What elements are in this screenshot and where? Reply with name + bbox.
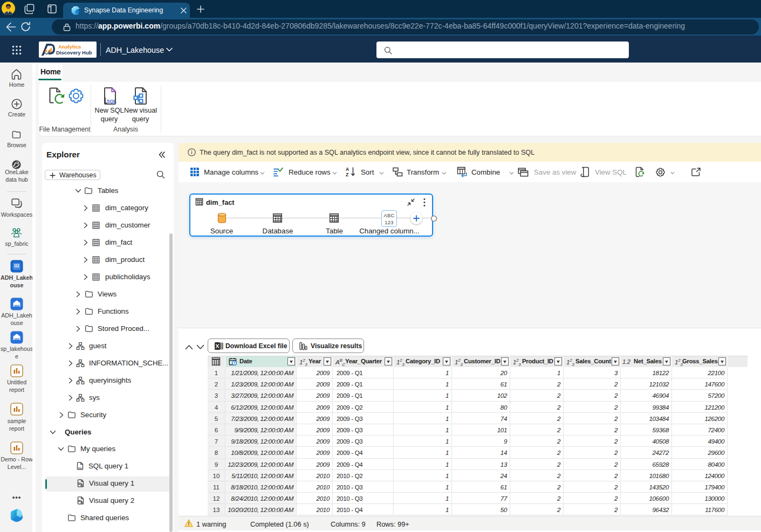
svg-text:A: A <box>346 167 349 172</box>
svg-text:Z: Z <box>346 172 348 177</box>
svg-text:SQL: SQL <box>107 99 117 104</box>
